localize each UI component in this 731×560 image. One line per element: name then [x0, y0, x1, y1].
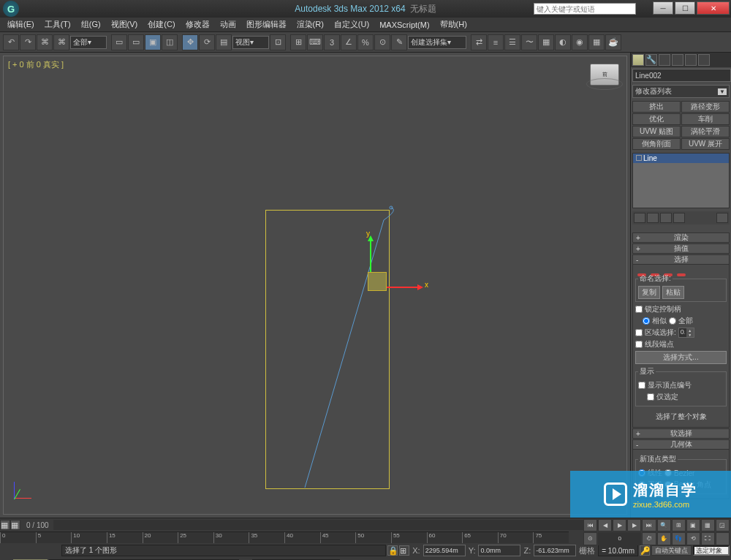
menu-animation[interactable]: 动画 [216, 18, 240, 31]
abs-rel-icon[interactable]: ⊞ [399, 545, 409, 556]
next-frame-icon[interactable]: ▶ [627, 519, 641, 531]
select-rect-icon[interactable]: ▣ [145, 34, 161, 50]
all-radio[interactable] [669, 317, 676, 325]
rollout-softsel[interactable]: +软选择 [632, 428, 730, 439]
stack-item-line[interactable]: Line [633, 154, 729, 163]
zoom-all-icon[interactable]: ⊞ [672, 519, 686, 531]
key-mode-icon[interactable]: ⊙ [583, 532, 597, 545]
frame-input[interactable]: 0 [598, 532, 641, 545]
min-max-icon[interactable]: ⛶ [701, 532, 715, 545]
align-icon[interactable]: ≡ [488, 34, 504, 50]
select-object-icon[interactable]: ▭ [111, 34, 127, 50]
menu-customize[interactable]: 自定义(U) [330, 18, 374, 31]
menu-tools[interactable]: 工具(T) [40, 18, 75, 31]
time-config-icon[interactable]: ⏱ [642, 532, 656, 545]
rollout-render[interactable]: +渲染 [632, 232, 730, 243]
similar-radio[interactable] [643, 317, 650, 325]
render-icon[interactable]: ☕ [605, 34, 621, 50]
angle-snap-icon[interactable]: ∠ [341, 34, 357, 50]
lock-icon[interactable]: 🔒 [387, 545, 398, 556]
mirror-icon[interactable]: ⇄ [471, 34, 487, 50]
goto-start-icon[interactable]: ⏮ [583, 519, 597, 531]
goto-end-icon[interactable]: ⏭ [642, 519, 656, 531]
menu-views[interactable]: 视图(V) [107, 18, 143, 31]
minimize-button[interactable]: ─ [653, 1, 673, 15]
pivot-icon[interactable]: ⊡ [270, 34, 286, 50]
timeline-config-icon[interactable]: ▦ [0, 520, 10, 530]
walk-icon[interactable]: 👣 [672, 532, 686, 545]
display-tab-icon[interactable] [685, 54, 697, 66]
unlink-icon[interactable]: ⌘ [53, 34, 69, 50]
area-value-input[interactable] [679, 328, 686, 336]
lathe-button[interactable]: 车削 [681, 113, 730, 125]
segment-end-checkbox[interactable] [635, 341, 643, 348]
keyboard-icon[interactable]: ⌨ [307, 34, 323, 50]
y-coord-input[interactable] [478, 545, 520, 556]
timeline-config2-icon[interactable]: ▦ [10, 520, 20, 530]
menu-maxscript[interactable]: MAXScript(M) [375, 19, 433, 31]
redo-icon[interactable]: ↷ [20, 34, 36, 50]
schematic-icon[interactable]: ▦ [538, 34, 554, 50]
layer-icon[interactable]: ☰ [504, 34, 520, 50]
ref-coord-dropdown[interactable]: 视图 ▾ [232, 36, 269, 49]
unique-icon[interactable] [660, 213, 672, 223]
timeline-track[interactable] [53, 520, 629, 530]
only-selected-checkbox[interactable] [647, 393, 654, 401]
copy-button[interactable]: 复制 [638, 286, 660, 299]
pin-stack-icon[interactable] [634, 213, 645, 223]
menu-edit[interactable]: 编辑(E) [3, 18, 39, 31]
close-button[interactable]: ✕ [697, 1, 730, 15]
modify-tab-icon[interactable]: 🔧 [645, 54, 657, 66]
modifier-list-dropdown[interactable]: 修改器列表 [632, 85, 730, 98]
fov-icon[interactable]: ◲ [716, 519, 730, 531]
menu-graph-editors[interactable]: 图形编辑器 [242, 18, 291, 31]
create-tab-icon[interactable] [632, 54, 644, 66]
show-vertex-num-checkbox[interactable] [638, 382, 645, 389]
percent-snap-icon[interactable]: % [357, 34, 374, 50]
viewport-front[interactable]: [ + 0 前 0 真实 ] 前 x y [3, 56, 627, 515]
timeline-ruler[interactable]: 05 1015 2025 3035 4045 5055 6065 7075 [0, 531, 569, 543]
move-gizmo[interactable]: x y [368, 272, 387, 291]
play-icon[interactable]: ▶ [613, 519, 626, 531]
maximize-button[interactable]: ☐ [675, 1, 695, 15]
show-end-icon[interactable] [647, 213, 659, 223]
object-name-input[interactable] [632, 69, 731, 82]
gizmo-xy-plane[interactable] [368, 272, 387, 291]
rotate-icon[interactable]: ⟳ [199, 34, 215, 50]
pan-icon[interactable]: ✋ [657, 532, 671, 545]
gizmo-y-axis[interactable] [370, 240, 371, 272]
edit-named-sel-icon[interactable]: ✎ [391, 34, 407, 50]
selection-filter-dropdown[interactable]: 全部 ▾ [70, 36, 107, 49]
uvw-unwrap-button[interactable]: UVW 展开 [681, 138, 730, 150]
menu-help[interactable]: 帮助(H) [436, 18, 471, 31]
motion-tab-icon[interactable] [672, 54, 683, 66]
select-by-button[interactable]: 选择方式... [635, 351, 727, 364]
area-select-checkbox[interactable] [635, 329, 643, 336]
zoom-icon[interactable]: 🔍 [657, 519, 671, 531]
optimize-button[interactable]: 优化 [632, 113, 681, 125]
viewport-label[interactable]: [ + 0 前 0 真实 ] [8, 59, 64, 70]
zoom-extents-all-icon[interactable]: ▦ [701, 519, 715, 531]
curve-editor-icon[interactable]: 〜 [521, 34, 537, 50]
rollout-geometry[interactable]: -几何体 [632, 439, 730, 450]
hierarchy-tab-icon[interactable] [659, 54, 670, 66]
render-setup-icon[interactable]: ◉ [572, 34, 588, 50]
menu-rendering[interactable]: 渲染(R) [292, 18, 328, 31]
named-selection-dropdown[interactable]: 创建选择集 ▾ [408, 36, 466, 49]
viewcube-ring[interactable] [586, 78, 623, 90]
configure-sets-icon[interactable] [716, 213, 728, 223]
paste-button[interactable]: 粘贴 [662, 286, 684, 299]
app-icon[interactable]: G [3, 1, 19, 17]
gizmo-x-axis[interactable] [387, 287, 419, 288]
material-editor-icon[interactable]: ◐ [555, 34, 571, 50]
extrude-button[interactable]: 挤出 [632, 101, 681, 113]
lock-handles-checkbox[interactable] [635, 306, 643, 313]
modifier-stack[interactable]: Line [632, 153, 730, 208]
undo-icon[interactable]: ↶ [3, 34, 19, 50]
link-icon[interactable]: ⌘ [37, 34, 53, 50]
help-search-input[interactable] [534, 3, 636, 15]
orbit-icon[interactable]: ⟲ [686, 532, 700, 545]
scale-icon[interactable]: ▤ [216, 34, 232, 50]
menu-modifiers[interactable]: 修改器 [181, 18, 214, 31]
zoom-extents-icon[interactable]: ▣ [686, 519, 700, 531]
